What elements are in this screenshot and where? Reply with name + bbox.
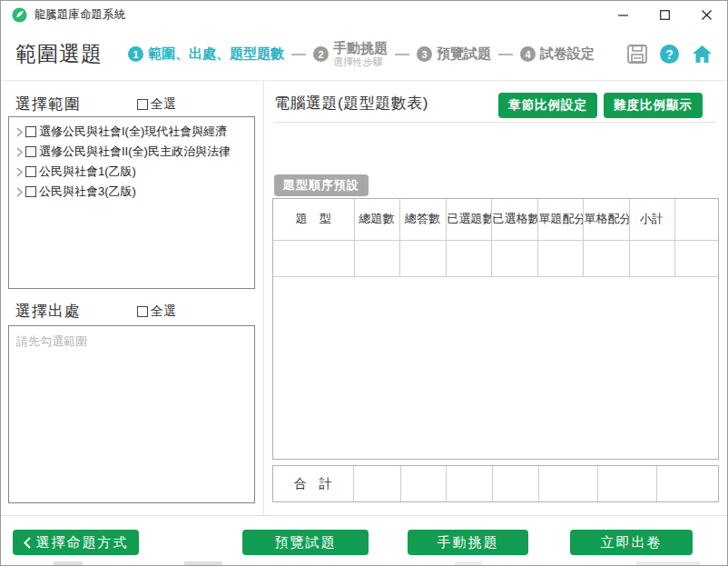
range-item-label[interactable]: 選修公民與社會I(全)現代社會與經濟 <box>39 124 227 140</box>
title-bar: 龍騰題庫命題系統 <box>1 1 727 28</box>
range-tree-item[interactable]: 選修公民與社會I(全)現代社會與經濟 <box>13 122 251 142</box>
range-tree: 選修公民與社會I(全)現代社會與經濟 選修公民與社會II(全)民主政治與法律 公… <box>8 116 255 289</box>
preview-questions-button[interactable]: 預覽試題 <box>242 530 369 555</box>
step-3-number: 3 <box>417 46 432 62</box>
close-icon <box>702 10 712 20</box>
computer-select-header: 電腦選題(題型題數表) 章節比例設定 難度比例顯示 <box>274 93 703 118</box>
step-connector <box>395 54 409 55</box>
step-3-label: 預覽試題 <box>437 45 491 63</box>
minimize-icon <box>618 10 628 20</box>
table-header-row: 題 型 總題數 總答數 已選題數 已選格數 單題配分 單格配分 小計 <box>273 199 718 240</box>
back-button-label: 選擇命題方式 <box>36 534 129 551</box>
generate-exam-button[interactable]: 立即出卷 <box>570 530 693 555</box>
source-select-all[interactable]: 全選 <box>137 303 176 320</box>
app-window: { "window": { "title": "龍騰題庫命題系統" }, "he… <box>0 0 728 566</box>
cell <box>491 240 537 276</box>
window-title: 龍騰題庫命題系統 <box>34 7 125 23</box>
source-placeholder: 請先勾選範圍 <box>16 333 247 350</box>
total-cell <box>656 466 718 501</box>
chevron-right-icon[interactable] <box>13 127 25 137</box>
computer-select-title: 電腦選題(題型題數表) <box>274 93 428 114</box>
col-question-type: 題 型 <box>273 199 354 240</box>
home-icon[interactable] <box>692 45 713 64</box>
col-blank <box>674 199 718 240</box>
app-logo-icon <box>12 7 27 23</box>
col-total-answers: 總答數 <box>399 199 446 240</box>
step-1[interactable]: 1 範圍、出處、題型題數 <box>128 45 284 63</box>
minimize-button[interactable] <box>602 1 644 28</box>
maximize-button[interactable] <box>644 1 685 28</box>
col-selected-questions: 已選題數 <box>446 199 491 240</box>
help-icon[interactable]: ? <box>660 45 679 64</box>
right-panel: 電腦選題(題型題數表) 章節比例設定 難度比例顯示 題型順序預設 題 型 總題數… <box>265 81 727 515</box>
left-panel: 選擇範圍 全選 選修公民與社會I(全)現代社會與經濟 選修公民與社會II(全)民… <box>1 81 264 515</box>
total-row-table: 合 計 <box>272 465 719 502</box>
range-item-label[interactable]: 公民與社會1(乙版) <box>39 164 136 180</box>
step-4[interactable]: 4 試卷設定 <box>520 45 595 63</box>
header-divider <box>274 122 716 123</box>
total-cell <box>597 466 656 501</box>
range-item-label[interactable]: 公民與社會3(乙版) <box>39 184 136 200</box>
step-3[interactable]: 3 預覽試題 <box>417 45 491 63</box>
cell <box>354 240 399 276</box>
manual-pick-button[interactable]: 手動挑題 <box>408 530 528 555</box>
header-icons: ? <box>627 45 713 64</box>
source-list: 請先勾選範圍 <box>8 325 255 503</box>
total-label: 合 計 <box>273 466 353 501</box>
step-4-label: 試卷設定 <box>540 45 595 63</box>
cell <box>537 240 583 276</box>
total-cell <box>446 466 492 501</box>
chevron-right-icon[interactable] <box>13 187 25 197</box>
difficulty-ratio-button[interactable]: 難度比例顯示 <box>604 93 703 118</box>
total-cell <box>492 466 538 501</box>
total-cell <box>400 466 446 501</box>
main-content: 選擇範圍 全選 選修公民與社會I(全)現代社會與經濟 選修公民與社會II(全)民… <box>1 81 727 515</box>
table-empty-row <box>273 240 718 276</box>
range-select-all-checkbox[interactable] <box>137 99 148 110</box>
cell <box>674 240 718 276</box>
range-select-all-label: 全選 <box>151 96 176 113</box>
range-tree-item[interactable]: 公民與社會1(乙版) <box>13 162 251 182</box>
window-controls <box>602 1 727 28</box>
source-select-all-label: 全選 <box>151 303 176 320</box>
cell <box>399 240 446 276</box>
source-select-all-checkbox[interactable] <box>137 306 148 317</box>
close-button[interactable] <box>685 1 727 28</box>
save-icon[interactable] <box>627 45 647 64</box>
range-item-checkbox[interactable] <box>25 126 36 137</box>
question-type-table: 題 型 總題數 總答數 已選題數 已選格數 單題配分 單格配分 小計 <box>272 198 719 460</box>
step-connector <box>291 54 306 55</box>
col-subtotal: 小計 <box>629 199 674 240</box>
page-title: 範圍選題 <box>15 40 103 68</box>
cell <box>583 240 629 276</box>
total-cell <box>353 466 400 501</box>
step-2-subtitle: 選擇性步驟 <box>333 56 388 67</box>
step-1-label: 範圍、出處、題型題數 <box>148 45 284 63</box>
maximize-icon <box>660 10 670 20</box>
cell <box>273 240 354 276</box>
range-item-label[interactable]: 選修公民與社會II(全)民主政治與法律 <box>39 144 231 160</box>
range-item-checkbox[interactable] <box>25 186 36 197</box>
bottom-edge-artifact <box>1 559 727 565</box>
step-2[interactable]: 2 手動挑題 選擇性步驟 <box>313 41 388 67</box>
chapter-ratio-button[interactable]: 章節比例設定 <box>498 93 597 118</box>
range-select-all[interactable]: 全選 <box>137 96 176 113</box>
range-section-title: 選擇範圍 <box>15 94 81 114</box>
source-section-title: 選擇出處 <box>15 301 81 322</box>
chevron-right-icon[interactable] <box>13 167 25 177</box>
step-2-label: 手動挑題 <box>333 41 388 56</box>
total-row: 合 計 <box>273 466 718 501</box>
step-2-number: 2 <box>313 46 329 62</box>
col-points-per-blank: 單格配分 <box>583 199 629 240</box>
question-order-preset-tag[interactable]: 題型順序預設 <box>274 174 369 196</box>
range-item-checkbox[interactable] <box>25 146 36 157</box>
range-tree-item[interactable]: 公民與社會3(乙版) <box>13 182 251 202</box>
back-to-method-button[interactable]: 選擇命題方式 <box>13 530 139 555</box>
source-section-header: 選擇出處 全選 <box>15 301 249 322</box>
range-item-checkbox[interactable] <box>25 166 36 177</box>
cell <box>446 240 491 276</box>
total-cell <box>538 466 597 501</box>
range-tree-item[interactable]: 選修公民與社會II(全)民主政治與法律 <box>13 142 251 162</box>
chevron-left-icon <box>24 537 31 549</box>
chevron-right-icon[interactable] <box>13 147 25 157</box>
